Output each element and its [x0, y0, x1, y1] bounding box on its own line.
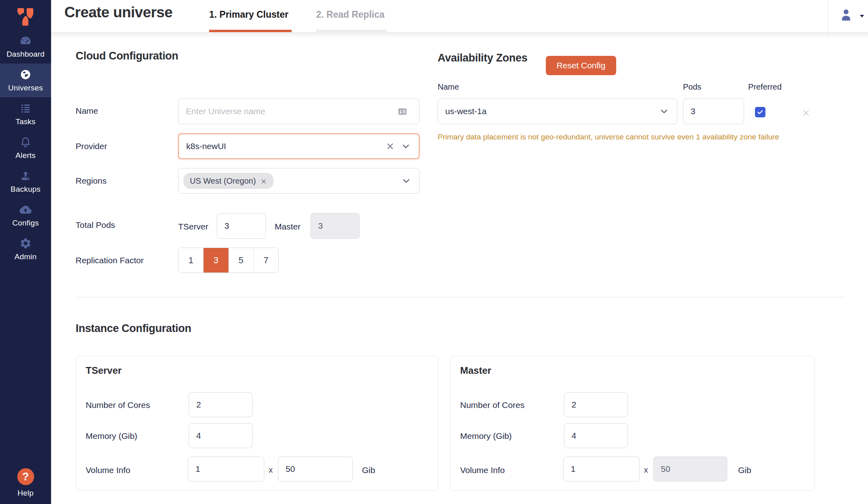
regions-select[interactable]: US West (Oregon): [178, 168, 420, 194]
active-tab-underline: [209, 30, 292, 32]
reset-config-button[interactable]: Reset Config: [546, 56, 616, 75]
section-divider: [76, 297, 845, 297]
sidebar-nav: Dashboard Universes Tasks Alerts Backups: [0, 30, 51, 266]
sidebar-item-label: Dashboard: [6, 50, 45, 59]
geo-redundancy-warning: Primary data placement is not geo-redund…: [438, 133, 779, 141]
az-column-name: Name: [438, 82, 459, 92]
list-icon: [19, 102, 32, 115]
availability-zones-heading: Availability Zones: [438, 52, 527, 64]
tserver-volume-label: Volume Info: [86, 465, 130, 475]
sidebar-item-help[interactable]: ? Help: [0, 468, 51, 498]
gauge-icon: [19, 35, 32, 47]
sidebar-item-configs[interactable]: Configs: [0, 199, 51, 232]
master-memory-label: Memory (Gib): [460, 431, 512, 441]
az-name-select[interactable]: us-west-1a: [438, 98, 677, 124]
az-name-value: us-west-1a: [445, 107, 658, 116]
replication-factor-label: Replication Factor: [76, 256, 144, 265]
user-icon[interactable]: [839, 7, 854, 22]
master-memory-input[interactable]: [564, 423, 628, 448]
preferred-checkbox[interactable]: [755, 107, 765, 117]
sidebar-item-label: Universes: [8, 84, 43, 92]
volume-multiplier-label: x: [269, 465, 273, 475]
master-card-heading: Master: [460, 365, 491, 376]
volume-unit-label: Gib: [362, 465, 375, 475]
tserver-pods-label: TServer: [178, 222, 208, 232]
bell-icon: [19, 136, 32, 148]
replication-factor-selector: 1 3 5 7: [178, 248, 279, 273]
name-label: Name: [76, 106, 98, 116]
tab-read-replica[interactable]: 2. Read Replica: [316, 9, 385, 20]
globe-icon: [19, 68, 32, 81]
tserver-card-heading: TServer: [86, 365, 121, 376]
master-volume-count-input[interactable]: [563, 457, 640, 481]
yugabyte-logo[interactable]: [15, 6, 35, 27]
tserver-cores-input[interactable]: [189, 392, 253, 417]
sidebar-item-label: Admin: [14, 252, 37, 261]
az-column-pods: Pods: [683, 82, 701, 92]
sidebar-item-alerts[interactable]: Alerts: [0, 131, 51, 165]
sidebar-item-label: Tasks: [16, 117, 36, 126]
tserver-volume-count-input[interactable]: [188, 457, 264, 481]
caret-down-icon[interactable]: [858, 12, 866, 20]
tserver-pods-input[interactable]: [217, 213, 266, 239]
page-title: Create universe: [64, 4, 173, 21]
provider-select[interactable]: k8s-newUI: [178, 133, 420, 159]
sidebar-item-tasks[interactable]: Tasks: [0, 97, 51, 131]
provider-value: k8s-newUI: [186, 141, 385, 151]
replication-option-1[interactable]: 1: [179, 248, 204, 272]
id-card-icon: [397, 106, 408, 117]
header-divider: [828, 0, 828, 37]
az-pods-input[interactable]: [683, 98, 744, 124]
clear-provider-icon[interactable]: [385, 141, 395, 152]
backup-upload-icon: [19, 170, 32, 182]
tserver-memory-label: Memory (Gib): [86, 431, 137, 441]
replication-option-3[interactable]: 3: [204, 248, 228, 272]
chevron-down-icon: [658, 106, 670, 117]
sidebar-item-label: Backups: [10, 185, 40, 194]
replication-option-5[interactable]: 5: [229, 248, 254, 272]
tserver-cores-label: Number of Cores: [86, 400, 150, 410]
sidebar-item-label: Configs: [12, 219, 39, 227]
tab-primary-cluster[interactable]: 1. Primary Cluster: [209, 9, 288, 20]
tserver-volume-size-input[interactable]: [278, 457, 353, 481]
master-volume-size-input: [653, 457, 727, 481]
cloud-upload-icon: [19, 203, 32, 216]
total-pods-label: Total Pods: [76, 220, 115, 230]
universe-name-input[interactable]: [178, 98, 420, 124]
gear-icon: [19, 237, 32, 250]
master-card: Master Number of Cores Memory (Gib) Volu…: [450, 356, 815, 491]
master-cores-label: Number of Cores: [460, 400, 525, 410]
sidebar-item-admin[interactable]: Admin: [0, 232, 51, 266]
master-volume-label: Volume Info: [460, 465, 505, 475]
replication-option-7[interactable]: 7: [254, 248, 278, 272]
inactive-tab-underline: [316, 30, 387, 32]
main-content: Cloud Configuration Name Provider k8s-ne…: [51, 32, 868, 504]
sidebar-item-universes[interactable]: Universes: [0, 64, 51, 97]
tserver-card: TServer Number of Cores Memory (Gib) Vol…: [76, 356, 438, 491]
sidebar-item-backups[interactable]: Backups: [0, 165, 51, 199]
volume-multiplier-label: x: [644, 465, 648, 475]
regions-label: Regions: [76, 176, 107, 186]
sidebar-item-dashboard[interactable]: Dashboard: [0, 30, 51, 64]
question-circle-icon: ?: [17, 468, 34, 485]
provider-label: Provider: [76, 141, 107, 151]
az-column-preferred: Preferred: [748, 82, 782, 92]
remove-region-icon[interactable]: [260, 178, 267, 184]
chevron-down-icon: [401, 175, 412, 186]
sidebar-item-label: Alerts: [16, 151, 36, 160]
region-chip: US West (Oregon): [183, 173, 274, 189]
sidebar-item-label: Help: [18, 489, 34, 498]
cloud-configuration-heading: Cloud Configuration: [76, 50, 178, 62]
tserver-memory-input[interactable]: [189, 423, 253, 448]
master-pods-input: [311, 213, 360, 239]
remove-az-icon[interactable]: [802, 109, 810, 117]
header: Create universe 1. Primary Cluster 2. Re…: [51, 0, 868, 32]
sidebar: Dashboard Universes Tasks Alerts Backups: [0, 0, 51, 504]
chevron-down-icon: [400, 141, 411, 152]
region-chip-label: US West (Oregon): [190, 176, 256, 186]
instance-configuration-heading: Instance Configuration: [76, 322, 191, 335]
master-pods-label: Master: [275, 222, 300, 232]
master-cores-input[interactable]: [564, 392, 628, 417]
volume-unit-label: Gib: [738, 465, 751, 475]
